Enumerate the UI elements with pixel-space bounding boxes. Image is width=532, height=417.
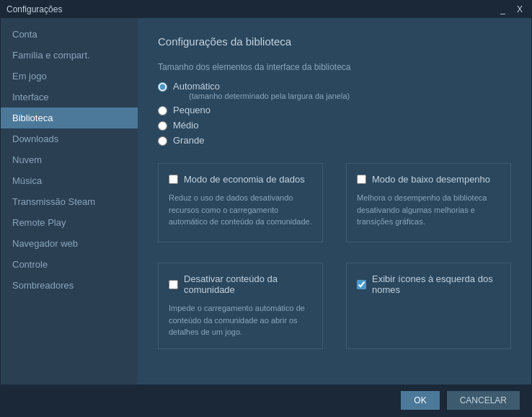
radio-option-pequeno: Pequeno — [158, 105, 511, 115]
checkbox-block-economia: Modo de economia de dados Reduz o uso de… — [158, 163, 323, 242]
size-section-label: Tamanho dos elementos da interface da bi… — [158, 62, 511, 72]
radio-medio-label[interactable]: Médio — [173, 120, 198, 131]
window-title: Configurações — [6, 4, 62, 14]
close-button[interactable]: X — [514, 4, 526, 14]
size-radio-group: Automático (tamanho determinado pela lar… — [158, 81, 511, 146]
sidebar-item-nuvem[interactable]: Nuvem — [1, 149, 138, 170]
checkbox-block-baixo: Modo de baixo desempenho Melhora o desem… — [346, 163, 511, 242]
sidebar-item-navegador[interactable]: Navegador web — [1, 233, 138, 254]
checkbox-economia-label[interactable]: Modo de economia de dados — [184, 174, 305, 185]
main-panel: Configurações da biblioteca Tamanho dos … — [138, 18, 531, 385]
checkbox-baixo[interactable] — [357, 175, 366, 184]
radio-pequeno[interactable] — [158, 106, 167, 115]
sidebar-item-conta[interactable]: Conta — [1, 24, 138, 45]
checkbox-comunidade-label[interactable]: Desativar conteúdo da comunidade — [184, 273, 312, 295]
checkbox-comunidade-desc: Impede o carregamento automático de cont… — [169, 302, 312, 338]
checkbox-economia-desc: Reduz o uso de dados desativando recurso… — [169, 192, 312, 228]
title-bar-controls: _ X — [497, 4, 526, 14]
sidebar: ContaFamília e compart.Em jogoInterfaceB… — [1, 18, 138, 385]
radio-pequeno-label[interactable]: Pequeno — [173, 105, 210, 115]
cancel-button[interactable]: CANCELAR — [447, 391, 520, 410]
radio-automatico-label[interactable]: Automático — [173, 81, 220, 92]
main-window: Configurações _ X ContaFamília e compart… — [0, 0, 532, 417]
radio-grande-label[interactable]: Grande — [173, 135, 204, 146]
radio-grande[interactable] — [158, 136, 167, 146]
sidebar-item-musica[interactable]: Música — [1, 170, 138, 191]
checkbox-block-icones: Exibir ícones à esquerda dos nomes — [346, 263, 511, 349]
sidebar-item-controle[interactable]: Controle — [1, 254, 138, 275]
checkbox-header-economia: Modo de economia de dados — [169, 174, 312, 185]
radio-option-grande: Grande — [158, 135, 511, 146]
checkbox-baixo-label[interactable]: Modo de baixo desempenho — [372, 174, 490, 185]
checkbox-baixo-desc: Melhora o desempenho da biblioteca desat… — [357, 192, 500, 228]
radio-option-medio: Médio — [158, 120, 511, 131]
checkboxes-row-2: Desativar conteúdo da comunidade Impede … — [158, 263, 511, 349]
sidebar-item-em-jogo[interactable]: Em jogo — [1, 66, 138, 87]
sidebar-item-transmissao[interactable]: Transmissão Steam — [1, 191, 138, 212]
radio-option-automatico: Automático (tamanho determinado pela lar… — [158, 81, 511, 100]
title-bar: Configurações _ X — [1, 1, 531, 18]
radio-automatico-sublabel: (tamanho determinado pela largura da jan… — [189, 92, 350, 100]
checkbox-header-comunidade: Desativar conteúdo da comunidade — [169, 273, 312, 295]
checkbox-comunidade[interactable] — [169, 280, 178, 289]
checkbox-header-baixo: Modo de baixo desempenho — [357, 174, 500, 185]
checkbox-header-icones: Exibir ícones à esquerda dos nomes — [357, 273, 500, 295]
minimize-button[interactable]: _ — [497, 4, 508, 14]
sidebar-item-remote-play[interactable]: Remote Play — [1, 212, 138, 233]
checkbox-icones-label[interactable]: Exibir ícones à esquerda dos nomes — [372, 273, 500, 295]
ok-button[interactable]: OK — [401, 391, 439, 410]
sidebar-item-downloads[interactable]: Downloads — [1, 128, 138, 149]
checkbox-icones[interactable] — [357, 280, 366, 289]
radio-medio[interactable] — [158, 121, 167, 131]
checkbox-economia[interactable] — [169, 175, 178, 184]
sidebar-item-interface[interactable]: Interface — [1, 87, 138, 107]
footer: OK CANCELAR — [1, 385, 531, 416]
checkbox-block-comunidade: Desativar conteúdo da comunidade Impede … — [158, 263, 323, 349]
radio-automatico[interactable] — [158, 82, 167, 92]
sidebar-item-sombreadores[interactable]: Sombreadores — [1, 275, 138, 296]
checkboxes-row-1: Modo de economia de dados Reduz o uso de… — [158, 163, 511, 242]
page-title: Configurações da biblioteca — [158, 35, 511, 48]
content-area: ContaFamília e compart.Em jogoInterfaceB… — [1, 18, 531, 385]
sidebar-item-familia[interactable]: Família e compart. — [1, 45, 138, 66]
sidebar-item-biblioteca[interactable]: Biblioteca — [1, 107, 138, 128]
